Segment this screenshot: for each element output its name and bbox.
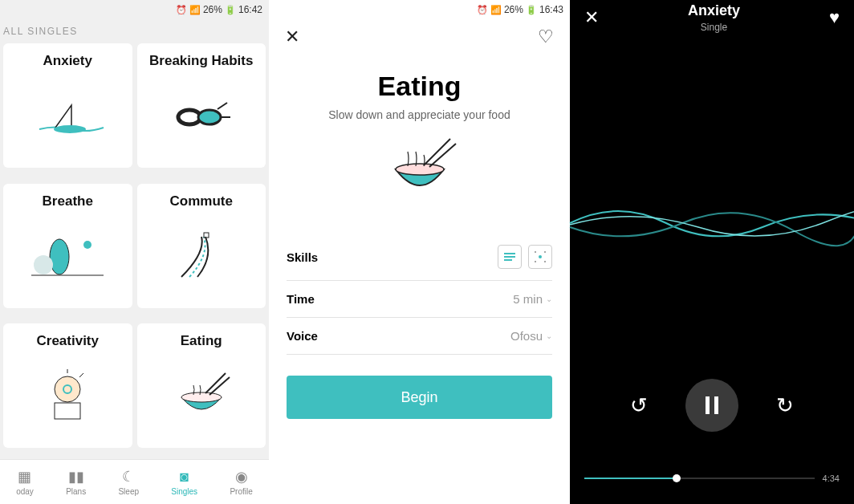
singles-icon: ◙ (180, 469, 189, 486)
session-title: Eating (293, 71, 546, 102)
nav-singles[interactable]: ◙Singles (171, 469, 197, 496)
svg-point-23 (535, 261, 536, 262)
svg-point-14 (181, 392, 222, 402)
player-subtitle: Single (701, 22, 727, 33)
row-skills[interactable]: Skills (287, 234, 552, 281)
row-label: Skills (287, 250, 318, 264)
svg-point-20 (539, 255, 542, 258)
nav-today[interactable]: ▦oday (16, 468, 34, 496)
svg-point-22 (544, 251, 546, 253)
close-button[interactable]: ✕ (285, 26, 299, 47)
chain-icon (144, 75, 260, 158)
card-breathe[interactable]: Breathe (3, 184, 132, 308)
pause-button[interactable] (685, 379, 738, 432)
card-breaking-habits[interactable]: Breaking Habits (137, 43, 266, 168)
wave-visualization (570, 191, 854, 255)
card-title: Breaking Habits (149, 53, 253, 69)
card-title: Commute (170, 193, 233, 209)
svg-line-13 (79, 373, 83, 377)
card-creativity[interactable]: Creativity (3, 323, 132, 448)
card-title: Breathe (43, 193, 93, 209)
favorite-button[interactable]: ♡ (538, 26, 554, 47)
chevron-down-icon: ⌄ (546, 331, 552, 340)
eating-illustration (380, 137, 460, 201)
player-title: Anxiety (688, 2, 740, 19)
svg-point-7 (83, 241, 92, 249)
favorite-button[interactable]: ♥ (829, 7, 840, 28)
progress-handle[interactable] (673, 474, 681, 482)
road-icon (144, 216, 260, 299)
card-commute[interactable]: Commute (137, 184, 266, 308)
svg-point-21 (535, 251, 536, 253)
row-label: Time (287, 292, 315, 306)
session-subtitle: Slow down and appreciate your food (293, 108, 546, 121)
card-anxiety[interactable]: Anxiety (3, 43, 132, 168)
status-bar: ⏰📶 26%🔋 16:43 (269, 0, 570, 19)
moon-icon: ☾ (122, 468, 135, 486)
svg-point-0 (54, 125, 86, 133)
plant-icon (10, 216, 126, 299)
svg-point-2 (198, 110, 221, 124)
card-title: Eating (181, 333, 222, 349)
chevron-down-icon: ⌄ (546, 295, 552, 303)
nav-profile[interactable]: ◉Profile (230, 468, 252, 496)
total-time: 4:34 (823, 474, 840, 483)
svg-point-9 (55, 376, 80, 402)
plans-icon: ▮▮ (68, 468, 84, 486)
close-button[interactable]: ✕ (584, 7, 599, 28)
profile-icon: ◉ (235, 468, 248, 486)
status-bar: ⏰📶 26%🔋 16:42 (0, 0, 269, 19)
calendar-icon: ▦ (18, 468, 31, 486)
svg-point-6 (34, 255, 53, 274)
section-header: ALL SINGLES (0, 19, 269, 43)
card-title: Anxiety (43, 53, 92, 69)
row-label: Voice (287, 329, 318, 343)
svg-rect-10 (55, 403, 80, 419)
card-eating[interactable]: Eating (137, 323, 266, 448)
svg-point-17 (396, 164, 444, 175)
progress-track[interactable]: 4:34 (584, 474, 840, 483)
nav-plans[interactable]: ▮▮Plans (66, 468, 86, 496)
svg-point-5 (50, 239, 69, 274)
row-voice[interactable]: Voice Ofosu⌄ (287, 318, 552, 355)
card-title: Creativity (37, 333, 99, 349)
rewind-button[interactable]: ↺ (624, 391, 653, 420)
singles-grid: Anxiety Breaking Habits Breathe Commute … (0, 43, 269, 459)
nav-sleep[interactable]: ☾Sleep (118, 468, 139, 496)
lightbulb-icon (10, 356, 126, 438)
anxiety-icon (10, 75, 126, 158)
skills-icons (498, 245, 552, 269)
bowl-icon (144, 356, 260, 438)
svg-line-3 (218, 103, 227, 109)
row-time[interactable]: Time 5 min⌄ (287, 281, 552, 318)
begin-button[interactable]: Begin (287, 376, 552, 419)
bottom-nav: ▦oday ▮▮Plans ☾Sleep ◙Singles ◉Profile (0, 459, 269, 504)
forward-button[interactable]: ↻ (771, 391, 799, 420)
svg-point-24 (544, 261, 546, 262)
